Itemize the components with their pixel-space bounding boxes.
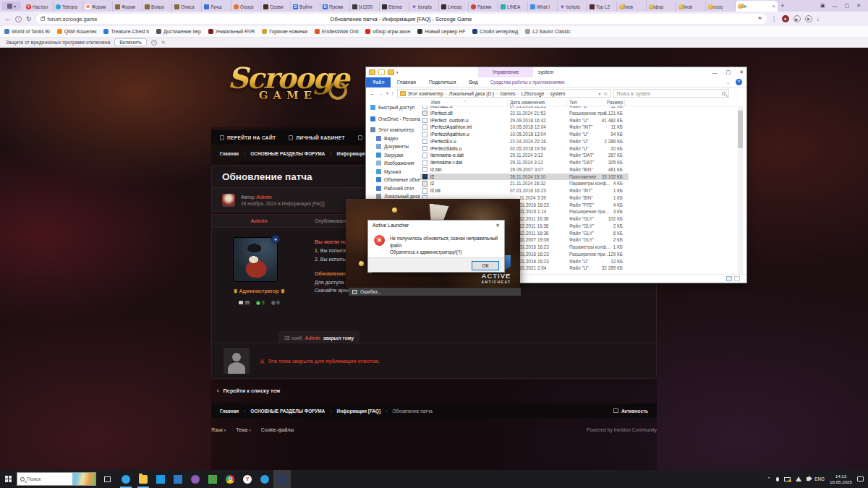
table-row[interactable]: itemname-e.dat29.11.2024 3:12Файл "DAT"2…	[420, 152, 739, 159]
contextual-tab-manage[interactable]: Управление	[478, 67, 533, 77]
breadcrumb-item[interactable]: ОСНОВНЫЕ РАЗДЕЛЫ ФОРУМА	[250, 151, 325, 156]
breadcrumb-item[interactable]: Главная	[220, 408, 239, 414]
bookmark-item[interactable]: Уникальный RVR	[208, 29, 255, 34]
recent-locations-icon[interactable]: ▾	[386, 91, 388, 95]
column-name[interactable]: Имя	[431, 100, 440, 105]
close-button[interactable]: ✕	[856, 3, 861, 9]
sidebar-item-star[interactable]: Быстрый доступ	[366, 103, 420, 112]
clock[interactable]: 14:13 18.05.2025	[830, 474, 852, 485]
browser-tab[interactable]: Обн✕	[736, 1, 778, 12]
start-button[interactable]	[0, 470, 17, 488]
taskbar-app-recorder[interactable]	[204, 470, 221, 488]
search-input[interactable]: Поиск в: system	[613, 89, 729, 98]
site-logo[interactable]: Scrooge GAME	[208, 61, 367, 130]
hidden-icons-chevron[interactable]: ⌃	[767, 476, 771, 482]
display-icon[interactable]	[784, 477, 791, 481]
forum-nav-item[interactable]: ЛИЧНЫЙ КАБИНЕТ	[289, 135, 344, 140]
ribbon-tab-file[interactable]: Файл	[366, 77, 391, 87]
speaker-icon[interactable]	[807, 477, 809, 481]
enable-protection-button[interactable]: Включить	[114, 38, 147, 46]
taskbar-app-yandex-browser[interactable]: Y	[239, 470, 256, 488]
sidebar-item-folder[interactable]: Изображения	[366, 159, 420, 168]
taskbar-app-active-window[interactable]	[273, 470, 291, 488]
column-size[interactable]: Размер	[583, 100, 623, 105]
taskbar-app-mail[interactable]	[169, 470, 187, 488]
powered-by[interactable]: Powered by Invision Community	[587, 427, 657, 432]
back-button[interactable]: ←	[370, 90, 375, 97]
help-icon[interactable]: ?	[736, 79, 742, 85]
help-icon[interactable]: ?	[151, 40, 157, 46]
browser-tab[interactable]: Форум	[113, 1, 142, 12]
panel-icon[interactable]: ▣	[820, 3, 825, 9]
taskbar-app-edge[interactable]	[117, 470, 135, 488]
forward-button[interactable]: →	[378, 90, 384, 97]
table-row[interactable]: l2.bin29.09.2007 3:07Файл "BIN"481 КБ	[420, 166, 739, 174]
microphone-icon[interactable]	[776, 477, 779, 481]
taskbar-app-drop[interactable]	[256, 470, 273, 488]
address-segment[interactable]: Games	[500, 91, 515, 96]
back-button[interactable]: ←	[4, 15, 11, 22]
protect-icon[interactable]: !	[15, 16, 22, 22]
footer-link[interactable]: Cookie-файлы	[261, 427, 294, 432]
sidebar-item-desk[interactable]: Рабочий стол	[366, 184, 420, 193]
sidebar-item-down[interactable]: Загрузки	[366, 151, 420, 160]
minimize-button[interactable]: —	[833, 4, 838, 9]
dialog-title-bar[interactable]: Active Launcher ✕	[368, 221, 504, 230]
browser-tab[interactable]: Серви	[261, 1, 291, 12]
profile-avatar[interactable]: ●	[782, 15, 789, 22]
taskbar-app-explorer[interactable]	[135, 470, 152, 488]
error-window-title-bar[interactable]: Ошибка...	[349, 288, 521, 296]
bookmark-item[interactable]: EndlessWar Onli	[315, 29, 358, 34]
scrollbar-thumb[interactable]	[738, 111, 743, 148]
breadcrumb-item[interactable]: ОСНОВНЫЕ РАЗДЕЛЫ ФОРУМА	[250, 408, 325, 414]
browser-tab[interactable]: Лучш	[202, 1, 231, 12]
browser-tab[interactable]: DПреми	[320, 1, 350, 12]
address-segment[interactable]: L2Scrooge	[522, 91, 545, 96]
browser-tab[interactable]: Telegra	[54, 1, 83, 12]
browser-tab[interactable]: MФорум	[83, 1, 113, 12]
browser-tab[interactable]: Вопро	[142, 1, 172, 12]
column-type[interactable]: Тип	[569, 100, 577, 105]
breadcrumb-item[interactable]: Обновление патча	[393, 408, 433, 414]
browser-tab[interactable]: DВойти	[291, 1, 320, 12]
bookmark-item[interactable]: L2 Savior Classic	[525, 29, 571, 34]
sidebar-item-note[interactable]: Музыка	[366, 168, 420, 176]
close-button[interactable]: ✕	[739, 69, 744, 75]
event-author-link[interactable]: Admin	[305, 335, 320, 341]
action-center-icon[interactable]	[857, 476, 864, 481]
footer-link[interactable]: Тема ▾	[236, 427, 250, 432]
reload-button[interactable]: ↻	[26, 15, 32, 22]
sidebar-item-cube[interactable]: Объемные объект	[366, 176, 420, 184]
browser-tab[interactable]: What i	[528, 1, 558, 12]
notice-close-icon[interactable]: ✕	[161, 40, 166, 46]
taskbar-search-input[interactable]: Поиск	[17, 472, 96, 486]
sidebar-item-folder[interactable]: Документы	[366, 142, 420, 151]
browser-tab[interactable]: Scroog	[706, 1, 736, 12]
column-date[interactable]: Дата изменения	[510, 100, 545, 105]
breadcrumb-item[interactable]: Информация [FAQ]	[337, 408, 381, 414]
tabs-menu-button[interactable]: ▾	[2, 1, 21, 10]
activity-link[interactable]: Активность	[613, 408, 648, 414]
close-button[interactable]: ✕	[495, 223, 500, 228]
browser-tab[interactable]: LINEA	[498, 1, 528, 12]
browser-tab[interactable]: Top L2	[587, 1, 617, 12]
ribbon-tab[interactable]: Главная	[391, 77, 422, 87]
properties-icon[interactable]	[378, 69, 385, 75]
bookmark-item[interactable]: World of Tanks Bl	[4, 29, 50, 34]
table-row[interactable]: iPerfectAgathion.u10.05.2018 13:04Файл "…	[420, 131, 739, 138]
minimize-button[interactable]: —	[712, 70, 718, 75]
collections-icon[interactable]: ⚑	[805, 15, 812, 22]
details-view-icon[interactable]	[726, 276, 732, 281]
browser-tab[interactable]: Инфор	[647, 1, 676, 12]
network-icon[interactable]	[796, 476, 801, 481]
chevron-down-icon[interactable]: ▾	[396, 70, 399, 74]
sidebar-item-folder[interactable]: Видео	[366, 134, 420, 143]
taskbar-app-chrome[interactable]	[221, 470, 239, 488]
address-breadcrumb[interactable]: Этот компьютер›Локальный диск (D:)›Games…	[397, 89, 610, 98]
sidebar-item-pc[interactable]: Этот компьютер	[366, 126, 420, 134]
browser-tab[interactable]: Ooops	[231, 1, 261, 12]
url-text[interactable]: forum.scrooge.game	[48, 16, 98, 22]
maximize-button[interactable]: ▢	[726, 69, 731, 75]
browser-tab[interactable]: [x1200	[350, 1, 380, 12]
maximize-button[interactable]: ▢	[845, 3, 850, 9]
